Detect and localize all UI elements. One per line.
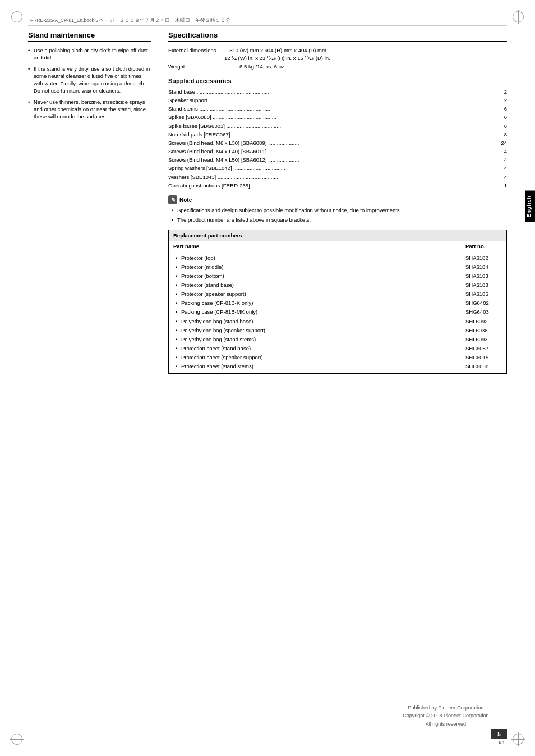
main-content: Stand maintenance Use a polishing cloth …: [28, 31, 507, 711]
replacement-row-name: Protector (bottom): [181, 272, 465, 281]
note-bullet-item: The product number are listed above in s…: [172, 216, 507, 223]
replacement-row: • Packing case (CP-81B-MK only)SHG6403: [173, 308, 502, 317]
replacement-row: • Protection sheet (stand stems)SHC6088: [173, 362, 502, 371]
accessory-name: Stand stems ............................…: [168, 104, 496, 113]
accessory-name: Screws (Bind head, M4 x L40) [SBA6011] .…: [168, 147, 496, 155]
replacement-row: • Protector (bottom)SHA6183: [173, 272, 502, 281]
replacement-table-title: Replacement part numbers: [169, 230, 506, 241]
replacement-row-part: SHA6183: [465, 272, 502, 281]
corner-mark-br: [511, 732, 525, 746]
accessory-qty: 6: [496, 104, 507, 113]
replacement-row-name: Polyethylene bag (stand base): [181, 317, 465, 326]
replacement-row-bullet: •: [176, 317, 181, 326]
accessory-name: Spring washers [SBE1042] ...............…: [168, 164, 496, 172]
replacement-row-part: SHC6015: [465, 353, 502, 362]
corner-mark-bl: [10, 732, 24, 746]
note-bullet-item: Specifications and design subject to pos…: [172, 207, 507, 214]
accessory-item: Stand base .............................…: [168, 88, 507, 96]
replacement-row: • Polyethylene bag (speaker support)SHL6…: [173, 326, 502, 335]
stand-maintenance-item-1: Use a polishing cloth or dry cloth to wi…: [28, 47, 151, 62]
specifications-section: Specifications External dimensions .....…: [168, 31, 507, 711]
replacement-row-bullet: •: [176, 299, 181, 308]
accessory-item: Washers [SBE1043] ......................…: [168, 173, 507, 181]
replacement-table-columns: Part name Part no.: [169, 241, 506, 251]
accessory-qty: 8: [496, 130, 507, 139]
replacement-row-name: Protector (middle): [181, 263, 465, 272]
accessory-qty: 4: [496, 155, 507, 164]
stand-maintenance-title: Stand maintenance: [28, 31, 151, 42]
replacement-table-body: • Protector (top)SHA6182• Protector (mid…: [169, 251, 506, 374]
replacement-row-part: SHC6088: [465, 362, 502, 371]
replacement-row-name: Protection sheet (stand base): [181, 344, 465, 353]
replacement-row-bullet: •: [176, 353, 181, 362]
replacement-row-name: Protector (stand base): [181, 281, 465, 290]
specs-dimensions: External dimensions ....... 310 (W) mm x…: [168, 47, 507, 71]
replacement-row-name: Protector (speaker support): [181, 290, 465, 299]
accessory-name: Operating instructions [FRRD-235] ......…: [168, 181, 496, 190]
replacement-row-part: SHG6403: [465, 308, 502, 317]
accessory-qty: 4: [496, 173, 507, 181]
accessory-qty: 24: [496, 139, 507, 147]
accessory-qty: 2: [496, 96, 507, 104]
replacement-row-part: SHC6087: [465, 344, 502, 353]
corner-mark-tr: [511, 10, 525, 24]
replacement-row: • Protector (stand base)SHA6188: [173, 281, 502, 290]
accessories-list: Stand base .............................…: [168, 88, 507, 190]
replacement-row-name: Protection sheet (speaker support): [181, 353, 465, 362]
supplied-accessories-title: Supplied accessories: [168, 77, 507, 84]
accessory-item: Speaker support ........................…: [168, 96, 507, 104]
replacement-row-part: SHG6402: [465, 299, 502, 308]
replacement-parts-table: Replacement part numbers Part name Part …: [168, 230, 507, 374]
accessory-qty: 6: [496, 113, 507, 121]
replacement-row-bullet: •: [176, 272, 181, 281]
replacement-row-part: SHA6188: [465, 281, 502, 290]
file-info-bar: FRRD-235-A_CP-81_En.book 5 ページ ２００８年７月２４…: [28, 16, 507, 26]
replacement-row-part: SHL6038: [465, 326, 502, 335]
accessory-item: Operating instructions [FRRD-235] ......…: [168, 181, 507, 190]
replacement-row-name: Polyethylene bag (stand stems): [181, 335, 465, 344]
accessory-name: Speaker support ........................…: [168, 96, 496, 104]
footer-line3: All rights reserved.: [403, 720, 490, 728]
col-part-header: Part no.: [465, 243, 502, 249]
accessory-name: Non-skid pads [FREC067] ................…: [168, 130, 496, 139]
replacement-row-bullet: •: [176, 326, 181, 335]
accessory-name: Screws (Bind head, M6 x L30) [SBA6089] .…: [168, 139, 496, 147]
replacement-row-name: Protector (top): [181, 254, 465, 263]
replacement-row-name: Polyethylene bag (speaker support): [181, 326, 465, 335]
side-tab-english: English: [525, 191, 535, 222]
replacement-row: • Protection sheet (speaker support)SHC6…: [173, 353, 502, 362]
file-info-text: FRRD-235-A_CP-81_En.book 5 ページ ２００８年７月２４…: [30, 17, 230, 24]
note-bullets-list: Specifications and design subject to pos…: [168, 207, 507, 224]
accessory-name: Stand base .............................…: [168, 88, 496, 96]
accessory-name: Screws (Bind head, M4 x L50) [SBA6012] .…: [168, 155, 496, 164]
replacement-row: • Polyethylene bag (stand stems)SHL6093: [173, 335, 502, 344]
accessory-item: Spike bases [SBG6001] ..................…: [168, 122, 507, 130]
corner-mark-tl: [10, 10, 24, 24]
note-icon: ✎: [168, 195, 177, 204]
page-container: FRRD-235-A_CP-81_En.book 5 ページ ２００８年７月２４…: [0, 0, 535, 756]
specifications-title: Specifications: [168, 31, 507, 42]
footer-line1: Published by Pioneer Corporation.: [403, 704, 490, 712]
accessory-item: Spring washers [SBE1042] ...............…: [168, 164, 507, 172]
weight-value: ................................... 6.5 …: [186, 63, 285, 70]
replacement-row: • Polyethylene bag (stand base)SHL6092: [173, 317, 502, 326]
weight-label: Weight: [168, 63, 185, 70]
replacement-row-bullet: •: [176, 290, 181, 299]
ext-dim-value: ....... 310 (W) mm x 604 (H) mm x 404 (D…: [218, 47, 326, 53]
replacement-row: • Protector (top)SHA6182: [173, 254, 502, 263]
replacement-row-bullet: •: [176, 281, 181, 290]
col-name-header: Part name: [173, 243, 465, 249]
replacement-row-bullet: •: [176, 344, 181, 353]
stand-maintenance-section: Stand maintenance Use a polishing cloth …: [28, 31, 151, 711]
accessory-item: Stand stems ............................…: [168, 104, 507, 113]
stand-maintenance-list: Use a polishing cloth or dry cloth to wi…: [28, 47, 151, 121]
replacement-row: • Packing case (CP-81B-K only)SHG6402: [173, 299, 502, 308]
replacement-row-bullet: •: [176, 362, 181, 371]
ext-dim-inches: 12 ¹⁄₄ (W) in. x 23 ¹³⁄₁₆ (H) in. x 15 ¹…: [224, 55, 330, 61]
note-box: ✎ Note Specifications and design subject…: [168, 195, 507, 224]
replacement-row-part: SHL6093: [465, 335, 502, 344]
page-number: 5: [491, 729, 507, 739]
accessory-qty: 4: [496, 147, 507, 155]
accessory-qty: 4: [496, 164, 507, 172]
replacement-row: • Protection sheet (stand base)SHC6087: [173, 344, 502, 353]
